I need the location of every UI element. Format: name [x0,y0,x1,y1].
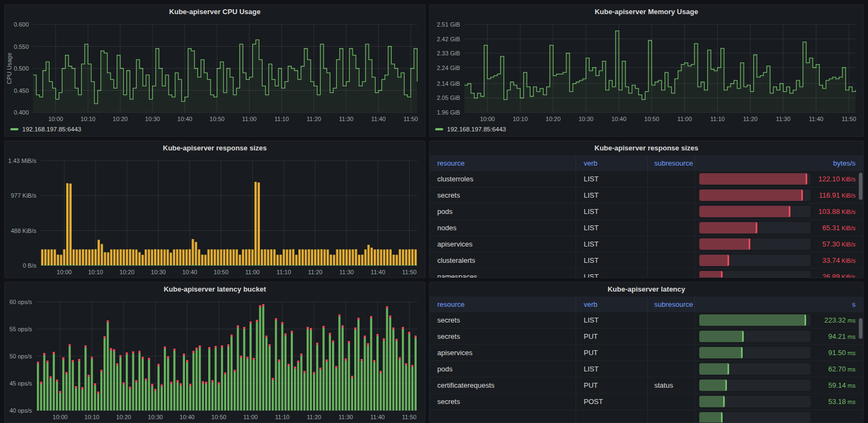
table-scrollbar-thumb[interactable] [859,318,863,339]
value-bar-track [699,380,810,391]
panel-title-response-table[interactable]: Kube-apiserver response sizes [430,141,863,155]
svg-text:488 KiB/s: 488 KiB/s [11,228,37,234]
svg-text:60 ops/s: 60 ops/s [9,299,32,305]
value-bar-fill [699,314,806,326]
panel-title-cpu[interactable]: Kube-apiserver CPU Usage [5,5,425,19]
svg-text:1.96 GiB: 1.96 GiB [437,109,460,116]
svg-text:11:00: 11:00 [245,269,260,275]
panel-title-response-chart[interactable]: Kube-apiserver response sizes [5,141,425,155]
cell-subresource [648,269,695,277]
panel-title-latency-bucket[interactable]: Kube-apiserver latency bucket [5,282,425,296]
svg-text:11:30: 11:30 [339,414,353,420]
value-unit: KiB/s [841,257,856,264]
svg-text:11:30: 11:30 [339,116,354,122]
svg-text:2.51 GiB: 2.51 GiB [437,21,460,28]
panel-title-memory[interactable]: Kube-apiserver Memory Usage [430,5,863,19]
legend-swatch [10,128,18,130]
cell-value-text: 59.14ms [810,381,856,389]
cell-value-bar: 59.14ms [695,377,863,393]
svg-text:10:20: 10:20 [119,269,135,275]
value-unit: ms [847,317,856,324]
cell-value-bar: 223.32ms [695,312,863,328]
svg-text:10:20: 10:20 [116,414,131,420]
svg-text:11:40: 11:40 [371,116,386,122]
value-bar-track [699,331,810,342]
column-header-verb[interactable]: verb [576,296,648,312]
svg-text:10:20: 10:20 [113,116,128,122]
table-row: secretsLIST223.32ms [430,312,863,328]
table-row: apiservicesLIST57.30KiB/s [430,236,863,252]
cell-value-text: 103.88KiB/s [810,207,856,216]
svg-text:11:40: 11:40 [371,269,385,275]
panel-response-sizes-chart: Kube-apiserver response sizes 0 B/s488 K… [4,141,425,278]
cell-value-bar: 116.91KiB/s [695,187,863,203]
column-header-verb[interactable]: verb [576,155,648,171]
svg-text:0.400: 0.400 [14,109,29,116]
column-header-subresource[interactable]: subresource [648,296,695,312]
cell-subresource [648,345,695,361]
value-bar-track [699,271,810,277]
value-bar-fill [699,255,729,266]
table-row: clusteralertsLIST33.74KiB/s [430,252,863,268]
cell-value-text: 223.32ms [810,316,856,324]
svg-text:977 KiB/s: 977 KiB/s [11,192,37,199]
cell-verb: LIST [576,361,648,377]
legend-cpu[interactable]: 192.168.197.85:6443 [5,124,425,136]
cell-value-bar: 94.21ms [695,329,863,344]
legend-memory[interactable]: 192.168.197.85:6443 [430,124,863,136]
panel-title-latency-table[interactable]: Kube-apiserver latency [430,282,863,296]
svg-text:11:40: 11:40 [809,116,824,122]
value-bar-track [699,173,810,185]
value-bar-track [699,347,810,358]
response-sizes-chart[interactable]: 0 B/s488 KiB/s977 KiB/s1.43 MiB/s10:0010… [5,155,425,277]
legend-label: 192.168.197.85:6443 [447,126,506,132]
column-header-bytes/s[interactable]: bytes/s [695,159,863,167]
svg-text:10:10: 10:10 [85,414,100,420]
svg-text:10:40: 10:40 [182,269,197,275]
svg-text:11:50: 11:50 [402,414,417,420]
cell-value-text: 122.10KiB/s [810,175,856,183]
cell-verb: PUT [576,345,648,361]
column-header-s[interactable]: s [695,300,863,308]
table-scrollbar-thumb[interactable] [859,173,863,200]
cell-value-text: 116.91KiB/s [810,191,856,199]
svg-text:10:00: 10:00 [57,269,72,275]
value-unit: KiB/s [841,192,856,199]
svg-text:10:10: 10:10 [88,269,103,275]
cell-verb: LIST [576,220,648,236]
latency-bucket-chart[interactable]: 40 ops/s45 ops/s50 ops/s55 ops/s60 ops/s… [5,296,425,422]
panel-latency-bucket: Kube-apiserver latency bucket 40 ops/s45… [4,282,425,423]
svg-text:10:50: 10:50 [209,116,225,122]
column-header-subresource[interactable]: subresource [648,155,695,171]
cell-subresource [648,171,695,187]
cell-resource: pods [430,361,576,377]
cell-value-text: 53.18ms [810,397,856,406]
column-header-resource[interactable]: resource [430,296,576,312]
svg-text:0 B/s: 0 B/s [23,262,37,269]
cpu-usage-chart[interactable]: 0.4000.4500.5000.5500.60010:0010:1010:20… [5,19,425,124]
cell-value-bar: 53.18ms [695,394,863,409]
legend-swatch [435,128,443,130]
cell-verb [576,410,648,422]
table-row: clusterrolesLIST122.10KiB/s [430,171,863,187]
table-row: secretsLIST116.91KiB/s [430,187,863,203]
cell-value-text: 62.70ms [810,365,856,373]
svg-text:CPU Usage: CPU Usage [6,53,12,84]
memory-usage-chart[interactable]: 1.96 GiB2.05 GiB2.14 GiB2.24 GiB2.33 GiB… [430,19,863,124]
cell-value-bar: 65.31KiB/s [695,220,863,236]
svg-text:10:00: 10:00 [480,116,495,122]
svg-text:10:40: 10:40 [611,116,627,122]
column-header-resource[interactable]: resource [430,155,576,171]
cell-value-text: 91.50ms [810,349,856,357]
svg-text:0.500: 0.500 [14,65,29,72]
cell-verb: PUT [576,377,648,393]
value-bar-fill [699,173,807,185]
table-header-row: resourceverbsubresourcebytes/s [430,155,863,171]
cell-resource: secrets [430,187,576,203]
svg-text:11:20: 11:20 [307,414,322,420]
cell-value-bar [695,410,863,422]
table-row [430,409,863,422]
value-bar-fill [699,347,743,358]
table-row: secretsPUT94.21ms [430,328,863,344]
cell-value-text: 26.89KiB/s [810,273,856,277]
